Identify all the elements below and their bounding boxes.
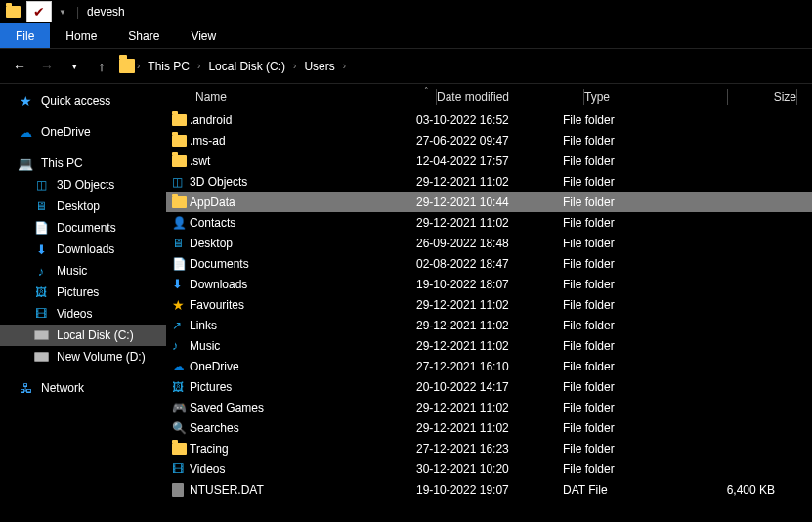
column-size-label: Size	[774, 90, 796, 104]
sidebar-item[interactable]: 🖼Pictures	[0, 282, 166, 303]
file-tab[interactable]: File	[0, 23, 50, 48]
sidebar-item[interactable]: 🎞Videos	[0, 303, 166, 325]
sidebar-quick-access[interactable]: ★ Quick access	[0, 90, 166, 111]
sidebar-item[interactable]: New Volume (D:)	[0, 346, 166, 368]
file-row[interactable]: ↗Links29-12-2021 11:02File folder	[166, 315, 812, 335]
sidebar-item-label: Downloads	[57, 242, 114, 256]
doc-icon: 📄	[166, 257, 190, 271]
file-name: Documents	[190, 257, 416, 271]
file-row[interactable]: .ms-ad27-06-2022 09:47File folder	[166, 130, 812, 151]
file-row[interactable]: .swt12-04-2022 17:57File folder	[166, 151, 812, 171]
address-bar[interactable]: › This PC › Local Disk (C:) › Users ›	[119, 59, 346, 74]
breadcrumb-this-pc[interactable]: This PC	[142, 60, 195, 73]
file-row[interactable]: 🖥Desktop26-09-2022 18:48File folder	[166, 233, 812, 253]
column-size[interactable]: Size	[728, 90, 796, 104]
column-resizer[interactable]	[796, 89, 797, 105]
folder-icon	[4, 3, 21, 21]
qat-properties-icon[interactable]: ✔	[26, 1, 52, 22]
sidebar-item[interactable]: ◫3D Objects	[0, 174, 166, 196]
file-row[interactable]: 🎞Videos30-12-2021 10:20File folder	[166, 458, 812, 479]
main-panel: ★ Quick access ☁ OneDrive 💻 This PC ◫3D …	[0, 84, 812, 522]
sidebar-item-label: Local Disk (C:)	[57, 328, 134, 342]
file-type: File folder	[563, 298, 706, 312]
nav-sidebar: ★ Quick access ☁ OneDrive 💻 This PC ◫3D …	[0, 84, 166, 522]
folder-icon	[166, 196, 190, 208]
file-name: Saved Games	[190, 401, 416, 414]
recent-locations-button[interactable]: ▾	[64, 62, 84, 71]
file-type: File folder	[563, 113, 706, 127]
back-button[interactable]: ←	[10, 59, 29, 74]
chevron-right-icon[interactable]: ›	[137, 61, 140, 71]
file-date: 29-12-2021 11:02	[416, 216, 563, 230]
file-type: File folder	[563, 442, 706, 456]
file-name: NTUSER.DAT	[190, 483, 416, 497]
file-type: File folder	[563, 319, 706, 332]
contact-icon: 👤	[166, 216, 190, 230]
breadcrumb-users[interactable]: Users	[298, 60, 340, 73]
sidebar-network[interactable]: 🖧 Network	[0, 377, 166, 399]
chevron-right-icon[interactable]: ›	[343, 61, 346, 71]
file-type: File folder	[563, 196, 706, 209]
sidebar-item-label: Music	[57, 264, 87, 278]
folder-icon	[166, 155, 190, 167]
sidebar-item[interactable]: ⬇Downloads	[0, 239, 166, 260]
sidebar-item[interactable]: 🖥Desktop	[0, 196, 166, 217]
file-row[interactable]: 👤Contacts29-12-2021 11:02File folder	[166, 212, 812, 233]
file-type: File folder	[563, 401, 706, 414]
file-row[interactable]: ★Favourites29-12-2021 11:02File folder	[166, 294, 812, 315]
sidebar-item[interactable]: Local Disk (C:)	[0, 325, 166, 346]
drive-icon	[33, 349, 49, 365]
sidebar-item-label: Documents	[57, 221, 116, 235]
file-name: Searches	[190, 421, 416, 435]
sidebar-this-pc[interactable]: 💻 This PC	[0, 152, 166, 174]
file-row[interactable]: ☁OneDrive27-12-2021 16:10File folder	[166, 356, 812, 376]
file-type: File folder	[563, 175, 706, 189]
column-name[interactable]: Name	[166, 90, 416, 104]
chevron-right-icon[interactable]: ›	[197, 61, 200, 71]
file-name: Videos	[190, 462, 416, 476]
down-icon: ⬇	[166, 277, 190, 291]
file-date: 27-12-2021 16:23	[416, 442, 563, 456]
file-type: File folder	[563, 257, 706, 271]
file-list-panel: Name ˄ Date modified Type Size .android0…	[166, 84, 812, 522]
qat-dropdown-icon[interactable]: ▼	[59, 8, 66, 17]
file-name: Desktop	[190, 237, 416, 250]
breadcrumb-local-disk[interactable]: Local Disk (C:)	[202, 60, 291, 73]
file-row[interactable]: .android03-10-2022 16:52File folder	[166, 109, 812, 130]
up-button[interactable]: ↑	[92, 59, 111, 74]
file-type: File folder	[563, 380, 706, 394]
share-tab[interactable]: Share	[112, 23, 175, 48]
file-type: File folder	[563, 360, 706, 373]
file-row[interactable]: AppData29-12-2021 10:44File folder	[166, 192, 812, 212]
file-name: Favourites	[190, 298, 416, 312]
file-row[interactable]: 🖼Pictures20-10-2022 14:17File folder	[166, 376, 812, 397]
file-type: File folder	[563, 339, 706, 353]
column-date[interactable]: Date modified	[437, 90, 583, 104]
drive-icon	[33, 327, 49, 343]
file-row[interactable]: 🔍Searches29-12-2021 11:02File folder	[166, 417, 812, 438]
file-row[interactable]: 🎮Saved Games29-12-2021 11:02File folder	[166, 397, 812, 417]
file-row[interactable]: ◫3D Objects29-12-2021 11:02File folder	[166, 171, 812, 192]
file-date: 29-12-2021 11:02	[416, 401, 563, 414]
sidebar-item[interactable]: ♪Music	[0, 260, 166, 282]
file-name: .swt	[190, 154, 416, 168]
home-tab[interactable]: Home	[50, 23, 112, 48]
sidebar-onedrive[interactable]: ☁ OneDrive	[0, 121, 166, 143]
sidebar-item[interactable]: 📄Documents	[0, 217, 166, 239]
sidebar-label: Network	[41, 381, 84, 395]
chevron-right-icon[interactable]: ›	[293, 61, 296, 71]
file-date: 02-08-2022 18:47	[416, 257, 563, 271]
file-row[interactable]: Tracing27-12-2021 16:23File folder	[166, 438, 812, 458]
file-row[interactable]: ♪Music29-12-2021 11:02File folder	[166, 335, 812, 356]
file-date: 29-12-2021 10:44	[416, 196, 563, 209]
column-type-label: Type	[584, 90, 610, 104]
vid-icon: 🎞	[166, 462, 190, 476]
file-row[interactable]: 📄Documents02-08-2022 18:47File folder	[166, 253, 812, 274]
sidebar-item-label: 3D Objects	[57, 178, 114, 192]
forward-button[interactable]: →	[37, 59, 57, 74]
file-row[interactable]: ⬇Downloads19-10-2022 18:07File folder	[166, 274, 812, 294]
column-type[interactable]: Type	[584, 90, 727, 104]
sidebar-label: OneDrive	[41, 125, 91, 139]
view-tab[interactable]: View	[175, 23, 232, 48]
file-row[interactable]: NTUSER.DAT19-10-2022 19:07DAT File6,400 …	[166, 479, 812, 500]
